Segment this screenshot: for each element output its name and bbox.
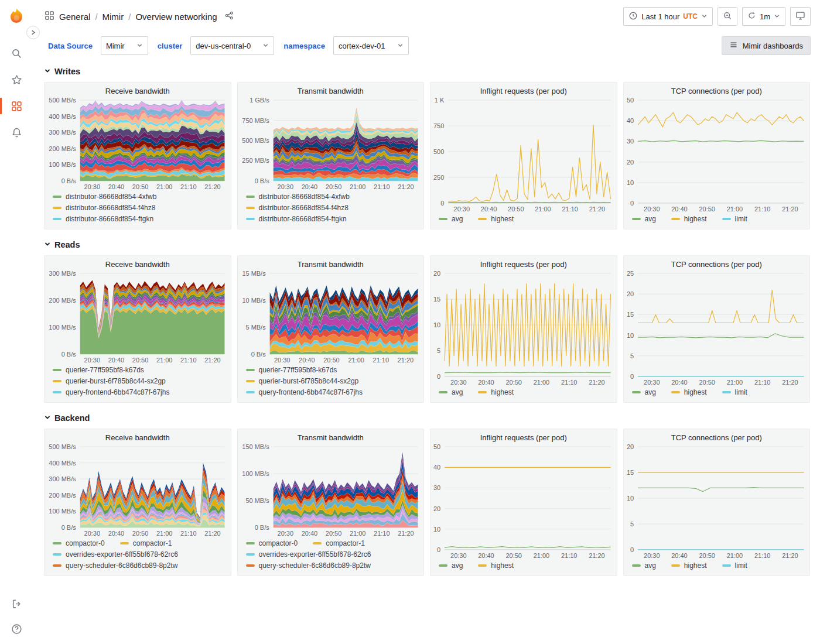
legend-item-query-frontend-6bb474c87f-67jhs[interactable]: query-frontend-6bb474c87f-67jhs bbox=[53, 388, 169, 396]
section-header-backend[interactable]: Backend bbox=[44, 410, 810, 426]
zoom-out-button[interactable] bbox=[718, 7, 737, 26]
variable-label-namespace[interactable]: namespace bbox=[280, 39, 329, 53]
refresh-button-group[interactable]: 1m bbox=[742, 7, 785, 26]
sign-out-icon[interactable] bbox=[0, 598, 33, 609]
svg-text:21:20: 21:20 bbox=[589, 379, 604, 386]
svg-text:500 MB/s: 500 MB/s bbox=[49, 443, 76, 450]
legend-item-limit[interactable]: limit bbox=[722, 561, 747, 570]
panel-title-writes-transmit-bandwidth[interactable]: Transmit bandwidth bbox=[238, 83, 424, 97]
svg-text:5 MB/s: 5 MB/s bbox=[245, 324, 266, 331]
svg-text:10 MB/s: 10 MB/s bbox=[242, 297, 266, 304]
legend-item-compactor-1[interactable]: compactor-1 bbox=[313, 539, 365, 547]
help-icon[interactable] bbox=[0, 624, 33, 635]
legend-item-highest[interactable]: highest bbox=[671, 561, 707, 570]
legend-label: highest bbox=[491, 561, 514, 570]
legend-item-limit[interactable]: limit bbox=[722, 215, 747, 223]
legend-item-avg[interactable]: avg bbox=[439, 388, 463, 396]
panel-title-reads-inflight-requests[interactable]: Inflight requests (per pod) bbox=[430, 256, 617, 270]
panel-title-writes-receive-bandwidth[interactable]: Receive bandwidth bbox=[45, 83, 231, 97]
panel-title-reads-tcp-connections[interactable]: TCP connections (per pod) bbox=[624, 256, 810, 270]
legend-item-avg[interactable]: avg bbox=[632, 388, 656, 396]
section-header-reads[interactable]: Reads bbox=[44, 237, 810, 253]
svg-text:0 B/s: 0 B/s bbox=[62, 524, 77, 531]
variable-label-cluster[interactable]: cluster bbox=[154, 39, 186, 53]
legend-item-querier-burst-6f785b8c44-sx2gp[interactable]: querier-burst-6f785b8c44-sx2gp bbox=[246, 377, 359, 385]
svg-text:20:40: 20:40 bbox=[671, 205, 687, 213]
mimir-dashboards-button[interactable]: Mimir dashboards bbox=[722, 36, 811, 55]
section-header-writes[interactable]: Writes bbox=[44, 63, 810, 80]
legend-item-distributor-86668df854-ftgkn[interactable]: distributor-86668df854-ftgkn bbox=[246, 215, 347, 223]
chart-reads-inflight-requests: 0510152020:3020:4020:5021:0021:1021:20 bbox=[430, 270, 617, 387]
svg-text:0: 0 bbox=[437, 546, 440, 553]
legend-item-query-frontend-6bb474c87f-67jhs[interactable]: query-frontend-6bb474c87f-67jhs bbox=[246, 388, 363, 396]
legend-item-compactor-0[interactable]: compactor-0 bbox=[53, 539, 105, 547]
panel-title-backend-receive-bandwidth[interactable]: Receive bandwidth bbox=[45, 429, 231, 443]
breadcrumb-dashboard[interactable]: Mimir bbox=[102, 12, 124, 22]
panel-title-writes-inflight-requests[interactable]: Inflight requests (per pod) bbox=[430, 83, 617, 97]
svg-text:0: 0 bbox=[630, 373, 634, 380]
legend-item-avg[interactable]: avg bbox=[439, 215, 463, 223]
chevron-down-icon bbox=[44, 413, 51, 423]
legend-label: distributor-86668df854-4xfwb bbox=[66, 193, 156, 201]
panel-title-reads-receive-bandwidth[interactable]: Receive bandwidth bbox=[45, 256, 231, 270]
legend-item-avg[interactable]: avg bbox=[439, 561, 463, 570]
legend-item-querier-77ff595bf8-k67ds[interactable]: querier-77ff595bf8-k67ds bbox=[53, 366, 144, 374]
time-picker-button[interactable]: Last 1 hour UTC bbox=[623, 7, 713, 26]
svg-text:500: 500 bbox=[433, 148, 444, 155]
panel-title-writes-tcp-connections[interactable]: TCP connections (per pod) bbox=[624, 83, 810, 97]
legend-item-overrides-exporter-6ff55bf678-62rc6[interactable]: overrides-exporter-6ff55bf678-62rc6 bbox=[53, 550, 178, 559]
legend-item-avg[interactable]: avg bbox=[632, 561, 656, 570]
svg-text:20:50: 20:50 bbox=[132, 357, 148, 364]
legend-label: avg bbox=[645, 215, 656, 223]
legend-item-overrides-exporter-6ff55bf678-62rc6[interactable]: overrides-exporter-6ff55bf678-62rc6 bbox=[246, 550, 371, 559]
breadcrumb-folder[interactable]: General bbox=[59, 12, 90, 22]
legend-label: avg bbox=[452, 561, 463, 570]
legend-item-limit[interactable]: limit bbox=[722, 388, 747, 396]
svg-text:20:40: 20:40 bbox=[671, 552, 687, 559]
legend-item-query-scheduler-6c86d6cb89-8p2tw[interactable]: query-scheduler-6c86d6cb89-8p2tw bbox=[53, 561, 177, 570]
variable-select-datasource[interactable]: Mimir bbox=[101, 36, 148, 55]
variable-select-namespace[interactable]: cortex-dev-01 bbox=[333, 36, 408, 55]
svg-text:20:50: 20:50 bbox=[132, 530, 148, 537]
legend-item-highest[interactable]: highest bbox=[478, 388, 514, 396]
panel-title-backend-transmit-bandwidth[interactable]: Transmit bandwidth bbox=[238, 429, 424, 443]
search-icon[interactable] bbox=[0, 48, 33, 59]
svg-text:21:10: 21:10 bbox=[180, 183, 196, 190]
legend-item-distributor-86668df854-ftgkn[interactable]: distributor-86668df854-ftgkn bbox=[53, 215, 153, 223]
legend-item-avg[interactable]: avg bbox=[632, 215, 656, 223]
panel-title-backend-tcp-connections[interactable]: TCP connections (per pod) bbox=[624, 429, 810, 443]
panel-writes-transmit-bandwidth: Transmit bandwidth0 B/s250 MB/s500 MB/s7… bbox=[237, 82, 425, 229]
panel-title-reads-transmit-bandwidth[interactable]: Transmit bandwidth bbox=[238, 256, 424, 270]
refresh-icon bbox=[747, 11, 756, 22]
svg-text:21:00: 21:00 bbox=[156, 357, 172, 364]
share-icon[interactable] bbox=[224, 11, 234, 22]
legend-color-marker bbox=[313, 542, 322, 544]
legend-item-distributor-86668df854-f4hz8[interactable]: distributor-86668df854-f4hz8 bbox=[53, 204, 155, 212]
variable-select-cluster[interactable]: dev-us-central-0 bbox=[190, 36, 274, 55]
legend-item-compactor-1[interactable]: compactor-1 bbox=[120, 539, 172, 547]
panel-writes-tcp-connections: TCP connections (per pod)0102030405020:3… bbox=[623, 82, 811, 229]
legend-label: query-frontend-6bb474c87f-67jhs bbox=[66, 388, 169, 396]
grafana-logo[interactable] bbox=[6, 7, 26, 27]
legend-label: query-scheduler-6c86d6cb89-8p2tw bbox=[66, 561, 177, 570]
legend-item-highest[interactable]: highest bbox=[478, 561, 514, 570]
legend-item-compactor-0[interactable]: compactor-0 bbox=[246, 539, 298, 547]
star-icon[interactable] bbox=[0, 74, 33, 85]
svg-text:21:00: 21:00 bbox=[349, 183, 365, 190]
legend-item-highest[interactable]: highest bbox=[671, 388, 707, 396]
legend-item-query-scheduler-6c86d6cb89-8p2tw[interactable]: query-scheduler-6c86d6cb89-8p2tw bbox=[246, 561, 371, 570]
legend-item-highest[interactable]: highest bbox=[478, 215, 514, 223]
cycle-view-button[interactable] bbox=[790, 7, 811, 26]
legend-item-distributor-86668df854-f4hz8[interactable]: distributor-86668df854-f4hz8 bbox=[246, 204, 348, 212]
sidebar-expand-button[interactable] bbox=[26, 26, 40, 39]
legend-item-distributor-86668df854-4xfwb[interactable]: distributor-86668df854-4xfwb bbox=[53, 193, 156, 201]
legend-item-querier-77ff595bf8-k67ds[interactable]: querier-77ff595bf8-k67ds bbox=[246, 366, 337, 374]
alerting-bell-icon[interactable] bbox=[0, 127, 33, 138]
legend-item-querier-burst-6f785b8c44-sx2gp[interactable]: querier-burst-6f785b8c44-sx2gp bbox=[53, 377, 166, 385]
dashboards-icon[interactable] bbox=[0, 101, 33, 112]
legend-item-highest[interactable]: highest bbox=[671, 215, 707, 223]
legend-item-distributor-86668df854-4xfwb[interactable]: distributor-86668df854-4xfwb bbox=[246, 193, 350, 201]
breadcrumb-page[interactable]: Overview networking bbox=[135, 12, 217, 22]
panel-title-backend-inflight-requests[interactable]: Inflight requests (per pod) bbox=[430, 429, 617, 443]
variable-label-datasource[interactable]: Data Source bbox=[45, 39, 96, 53]
